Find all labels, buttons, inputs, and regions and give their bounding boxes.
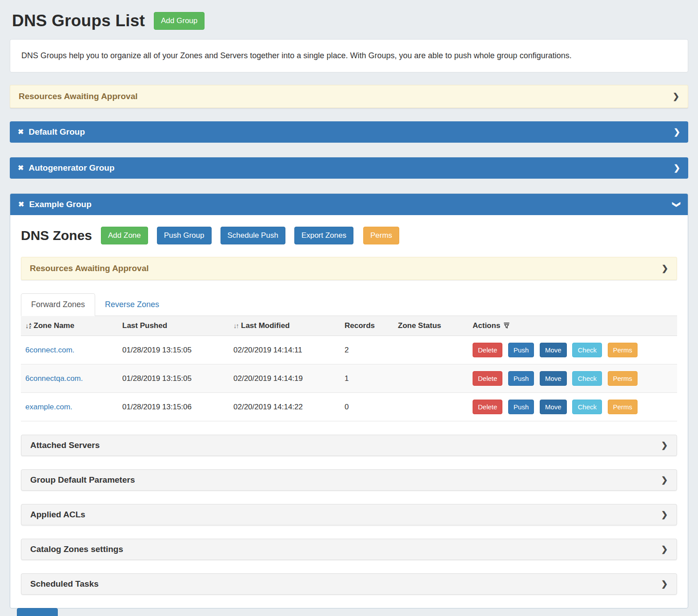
- delete-button[interactable]: Delete: [473, 343, 502, 357]
- chevron-right-icon: ❯: [674, 164, 680, 172]
- section-catalog-zones-settings[interactable]: Catalog Zones settings ❯: [21, 539, 677, 560]
- column-header-last-modified[interactable]: ↓↑Last Modified: [229, 316, 340, 336]
- tab-forward-zones[interactable]: Forward Zones: [21, 293, 95, 316]
- zones-table: ↓AZZone Name Last Pushed ↓↑Last Modified…: [21, 316, 677, 421]
- last-modified-cell: 02/20/2019 14:14:22: [229, 393, 340, 421]
- group-header-autogenerator-group[interactable]: ✖ Autogenerator Group ❯: [10, 157, 688, 179]
- example-group-body: DNS Zones Add Zone Push Group Schedule P…: [10, 215, 688, 608]
- last-pushed-cell: 01/28/2019 13:15:05: [118, 336, 229, 364]
- column-header-records: Records: [340, 316, 393, 336]
- check-button[interactable]: Check: [572, 343, 602, 357]
- column-header-zone-status: Zone Status: [393, 316, 468, 336]
- table-row: 6connectqa.com. 01/28/2019 13:15:05 02/2…: [21, 364, 677, 393]
- check-button[interactable]: Check: [572, 400, 602, 414]
- section-label: Attached Servers: [30, 440, 100, 450]
- chevron-down-icon: ❯: [672, 201, 680, 208]
- perms-button[interactable]: Perms: [608, 400, 638, 414]
- zone-status-cell: [393, 336, 468, 364]
- delete-button[interactable]: Delete: [473, 371, 502, 386]
- zone-name-link[interactable]: 6connectqa.com.: [25, 374, 83, 383]
- section-applied-acls[interactable]: Applied ACLs ❯: [21, 504, 677, 525]
- last-pushed-cell: 01/28/2019 13:15:05: [118, 364, 229, 393]
- perms-button[interactable]: Perms: [608, 371, 638, 386]
- group-label: Default Group: [28, 127, 85, 137]
- dns-zones-header: DNS Zones Add Zone Push Group Schedule P…: [21, 227, 677, 244]
- records-cell: 2: [340, 336, 393, 364]
- info-text: DNS Groups help you to organize all of y…: [21, 51, 572, 60]
- remove-group-icon[interactable]: ✖: [18, 164, 24, 172]
- chevron-right-icon: ❯: [661, 476, 668, 484]
- check-button[interactable]: Check: [572, 371, 602, 386]
- filter-icon[interactable]: [503, 322, 510, 329]
- chevron-right-icon: ❯: [661, 441, 668, 449]
- push-button[interactable]: Push: [508, 371, 534, 386]
- move-button[interactable]: Move: [540, 371, 567, 386]
- page: DNS Groups List Add Group DNS Groups hel…: [0, 0, 698, 608]
- last-modified-cell: 02/20/2019 14:14:11: [229, 336, 340, 364]
- chevron-right-icon: ❯: [661, 545, 668, 553]
- zone-status-cell: [393, 393, 468, 421]
- schedule-push-button[interactable]: Schedule Push: [221, 227, 285, 244]
- zone-status-cell: [393, 364, 468, 393]
- zone-name-link[interactable]: 6connect.com.: [25, 346, 75, 354]
- remove-group-icon[interactable]: ✖: [18, 128, 24, 136]
- remove-group-icon[interactable]: ✖: [18, 201, 24, 208]
- move-button[interactable]: Move: [540, 400, 567, 414]
- add-group-button[interactable]: Add Group: [154, 12, 205, 30]
- resources-awaiting-approval-panel[interactable]: Resources Awaiting Approval ❯: [10, 85, 688, 108]
- table-header-row: ↓AZZone Name Last Pushed ↓↑Last Modified…: [21, 316, 677, 336]
- tab-reverse-zones[interactable]: Reverse Zones: [95, 294, 169, 316]
- group-panel-example-group: ✖ Example Group ❯ DNS Zones Add Zone Pus…: [10, 193, 688, 608]
- zones-tab-bar: Forward Zones Reverse Zones: [21, 293, 677, 316]
- sort-icon[interactable]: ↓↑: [233, 322, 238, 329]
- table-row: example.com. 01/28/2019 13:15:06 02/20/2…: [21, 393, 677, 421]
- section-label: Scheduled Tasks: [30, 579, 99, 589]
- section-label: Applied ACLs: [30, 510, 85, 520]
- group-header-default-group[interactable]: ✖ Default Group ❯: [10, 121, 688, 143]
- dns-zones-title: DNS Zones: [21, 228, 92, 243]
- section-label: Group Default Parameters: [30, 475, 135, 485]
- page-title: DNS Groups List: [12, 12, 145, 30]
- chevron-right-icon: ❯: [674, 128, 680, 136]
- section-label: Catalog Zones settings: [30, 544, 123, 554]
- resources-awaiting-approval-label: Resources Awaiting Approval: [19, 92, 137, 101]
- last-pushed-cell: 01/28/2019 13:15:06: [118, 393, 229, 421]
- perms-button[interactable]: Perms: [363, 227, 399, 244]
- records-cell: 0: [340, 393, 393, 421]
- partially-visible-button[interactable]: [17, 608, 58, 616]
- column-header-actions: Actions: [468, 316, 677, 336]
- chevron-right-icon: ❯: [661, 580, 668, 588]
- section-scheduled-tasks[interactable]: Scheduled Tasks ❯: [21, 573, 677, 595]
- column-header-zone-name[interactable]: ↓AZZone Name: [21, 316, 118, 336]
- push-group-button[interactable]: Push Group: [157, 227, 212, 244]
- chevron-right-icon: ❯: [661, 511, 668, 519]
- add-zone-button[interactable]: Add Zone: [101, 227, 148, 244]
- push-button[interactable]: Push: [508, 343, 534, 357]
- move-button[interactable]: Move: [540, 343, 567, 357]
- section-attached-servers[interactable]: Attached Servers ❯: [21, 435, 677, 456]
- table-row: 6connect.com. 01/28/2019 13:15:05 02/20/…: [21, 336, 677, 364]
- section-group-default-parameters[interactable]: Group Default Parameters ❯: [21, 469, 677, 491]
- info-box: DNS Groups help you to organize all of y…: [10, 39, 688, 72]
- records-cell: 1: [340, 364, 393, 393]
- chevron-right-icon: ❯: [662, 264, 668, 272]
- page-header: DNS Groups List Add Group: [10, 12, 688, 30]
- resources-awaiting-approval-label: Resources Awaiting Approval: [30, 264, 148, 273]
- resources-awaiting-approval-panel[interactable]: Resources Awaiting Approval ❯: [21, 257, 677, 280]
- delete-button[interactable]: Delete: [473, 400, 502, 414]
- chevron-right-icon: ❯: [673, 92, 679, 100]
- push-button[interactable]: Push: [508, 400, 534, 414]
- group-label: Example Group: [29, 200, 91, 209]
- last-modified-cell: 02/20/2019 14:14:19: [229, 364, 340, 393]
- zone-name-link[interactable]: example.com.: [25, 403, 72, 411]
- group-header-example-group[interactable]: ✖ Example Group ❯: [10, 194, 688, 215]
- column-header-last-pushed: Last Pushed: [118, 316, 229, 336]
- export-zones-button[interactable]: Export Zones: [294, 227, 353, 244]
- sort-alpha-icon[interactable]: ↓AZ: [25, 322, 32, 329]
- perms-button[interactable]: Perms: [608, 343, 638, 357]
- group-label: Autogenerator Group: [28, 163, 114, 173]
